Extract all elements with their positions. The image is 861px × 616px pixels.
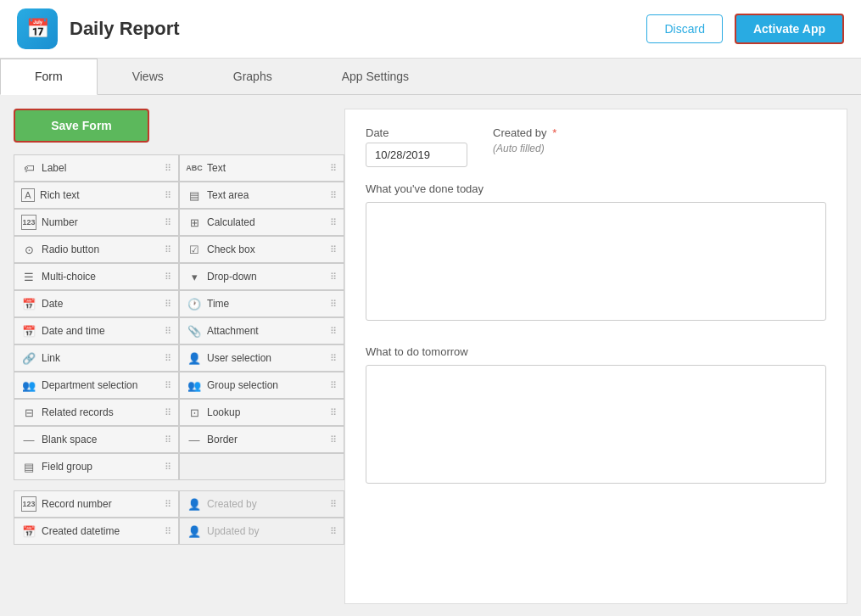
- what-tomorrow-textarea[interactable]: [366, 365, 826, 484]
- drag-handle: ⠿: [165, 353, 171, 364]
- field-item-link[interactable]: 🔗 Link ⠿: [14, 345, 178, 371]
- drag-handle: ⠿: [165, 526, 171, 537]
- system-fields-grid: 123 Record number ⠿ 👤 Created by ⠿ 📅 Cre…: [14, 490, 344, 545]
- date-field: Date: [366, 126, 467, 167]
- field-item-drop-down[interactable]: ▾ Drop-down ⠿: [180, 264, 344, 289]
- created-by-field: Created by * (Auto filled): [493, 126, 556, 167]
- drag-handle: ⠿: [330, 299, 337, 310]
- discard-button[interactable]: Discard: [646, 14, 722, 43]
- drop-down-icon: ▾: [187, 269, 202, 284]
- drag-handle: ⠿: [330, 434, 337, 445]
- app-header: 📅 Daily Report Discard Activate App: [0, 0, 861, 59]
- left-panel: Save Form 🏷 Label ⠿ ABC Text ⠿ A Rich te…: [14, 109, 344, 604]
- field-item-number[interactable]: 123 Number ⠿: [14, 210, 178, 235]
- field-item-text-area[interactable]: ▤ Text area ⠿: [180, 182, 344, 208]
- drag-handle: ⠿: [165, 462, 171, 473]
- field-item-record-number[interactable]: 123 Record number ⠿: [14, 491, 178, 517]
- drag-handle: ⠿: [165, 380, 171, 391]
- tab-graphs[interactable]: Graphs: [198, 59, 307, 94]
- radio-button-icon: ⊙: [21, 242, 36, 257]
- what-done-textarea[interactable]: [366, 202, 826, 321]
- blank-space-icon: —: [21, 432, 36, 447]
- label-icon: 🏷: [21, 160, 36, 176]
- field-item-date-and-time[interactable]: 📅 Date and time ⠿: [14, 318, 178, 344]
- field-item-department-selection[interactable]: 👥 Department selection ⠿: [14, 372, 178, 398]
- drag-handle: ⠿: [330, 244, 337, 255]
- drag-handle: ⠿: [330, 272, 337, 283]
- drag-handle: ⠿: [330, 526, 337, 537]
- main-content: Save Form 🏷 Label ⠿ ABC Text ⠿ A Rich te…: [0, 95, 861, 616]
- field-item-radio-button[interactable]: ⊙ Radio button ⠿: [14, 237, 178, 262]
- field-item-attachment[interactable]: 📎 Attachment ⠿: [180, 318, 344, 344]
- link-icon: 🔗: [21, 350, 36, 366]
- drag-handle: ⠿: [165, 217, 171, 228]
- drag-handle: ⠿: [330, 407, 337, 418]
- lookup-icon: ⊡: [187, 405, 202, 420]
- drag-handle: ⠿: [165, 190, 171, 201]
- drag-handle: ⠿: [330, 326, 337, 337]
- border-icon: —: [187, 432, 202, 447]
- drag-handle: ⠿: [165, 326, 171, 337]
- date-and-time-icon: 📅: [21, 323, 36, 339]
- app-title: Daily Report: [70, 18, 635, 40]
- field-item-field-group[interactable]: ▤ Field group ⠿: [14, 454, 178, 479]
- field-item-check-box[interactable]: ☑ Check box ⠿: [180, 237, 344, 262]
- what-tomorrow-label: What to do tomorrow: [366, 345, 826, 358]
- drag-handle: ⠿: [330, 353, 337, 364]
- text-area-icon: ▤: [187, 188, 202, 203]
- field-item-date[interactable]: 📅 Date ⠿: [14, 291, 178, 316]
- date-label: Date: [366, 126, 467, 139]
- rich-text-icon: A: [21, 188, 35, 202]
- field-item-created-by: 👤 Created by ⠿: [180, 491, 344, 517]
- field-item-updated-by: 👤 Updated by ⠿: [180, 518, 344, 544]
- date-input[interactable]: [366, 143, 467, 167]
- field-item-multi-choice[interactable]: ☰ Multi-choice ⠿: [14, 264, 178, 289]
- field-item-rich-text[interactable]: A Rich text ⠿: [14, 182, 178, 208]
- tab-app-settings[interactable]: App Settings: [307, 59, 444, 94]
- field-item-related-records[interactable]: ⊟ Related records ⠿: [14, 400, 178, 425]
- text-icon: ABC: [187, 160, 202, 176]
- field-item-label[interactable]: 🏷 Label ⠿: [14, 155, 178, 181]
- required-marker: *: [552, 126, 556, 139]
- drag-handle: ⠿: [330, 217, 337, 228]
- drag-handle: ⠿: [330, 499, 337, 510]
- drag-handle: ⠿: [165, 407, 171, 418]
- created-by-label: Created by *: [493, 126, 556, 139]
- multi-choice-icon: ☰: [21, 269, 36, 284]
- field-item-created-datetime[interactable]: 📅 Created datetime ⠿: [14, 518, 178, 544]
- field-item-empty: [180, 454, 344, 479]
- related-records-icon: ⊟: [21, 405, 36, 420]
- what-done-label: What you've done today: [366, 182, 826, 195]
- drag-handle: ⠿: [165, 499, 171, 510]
- tab-views[interactable]: Views: [98, 59, 198, 94]
- drag-handle: ⠿: [165, 244, 171, 255]
- record-number-icon: 123: [21, 496, 36, 512]
- drag-handle: ⠿: [330, 163, 337, 174]
- user-selection-icon: 👤: [187, 350, 202, 366]
- drag-handle: ⠿: [165, 299, 171, 310]
- field-item-calculated[interactable]: ⊞ Calculated ⠿: [180, 210, 344, 235]
- drag-handle: ⠿: [330, 190, 337, 201]
- drag-handle: ⠿: [165, 163, 171, 174]
- tab-form[interactable]: Form: [0, 59, 98, 95]
- field-item-lookup[interactable]: ⊡ Lookup ⠿: [180, 400, 344, 425]
- tabs-bar: Form Views Graphs App Settings: [0, 59, 861, 95]
- field-item-group-selection[interactable]: 👥 Group selection ⠿: [180, 372, 344, 398]
- save-form-button[interactable]: Save Form: [14, 109, 149, 143]
- field-item-user-selection[interactable]: 👤 User selection ⠿: [180, 345, 344, 371]
- department-selection-icon: 👥: [21, 378, 36, 393]
- calculated-icon: ⊞: [187, 215, 202, 230]
- fields-grid: 🏷 Label ⠿ ABC Text ⠿ A Rich text ⠿ ▤ Tex…: [14, 154, 344, 480]
- drag-handle: ⠿: [165, 272, 171, 283]
- activate-app-button[interactable]: Activate App: [735, 14, 844, 44]
- created-datetime-icon: 📅: [21, 524, 36, 539]
- field-group-icon: ▤: [21, 459, 36, 474]
- field-item-time[interactable]: 🕐 Time ⠿: [180, 291, 344, 316]
- drag-handle: ⠿: [330, 380, 337, 391]
- field-item-blank-space[interactable]: — Blank space ⠿: [14, 427, 178, 452]
- field-item-text[interactable]: ABC Text ⠿: [180, 155, 344, 181]
- drag-handle: ⠿: [165, 434, 171, 445]
- attachment-icon: 📎: [187, 323, 202, 339]
- field-item-border[interactable]: — Border ⠿: [180, 427, 344, 452]
- time-icon: 🕐: [187, 296, 202, 311]
